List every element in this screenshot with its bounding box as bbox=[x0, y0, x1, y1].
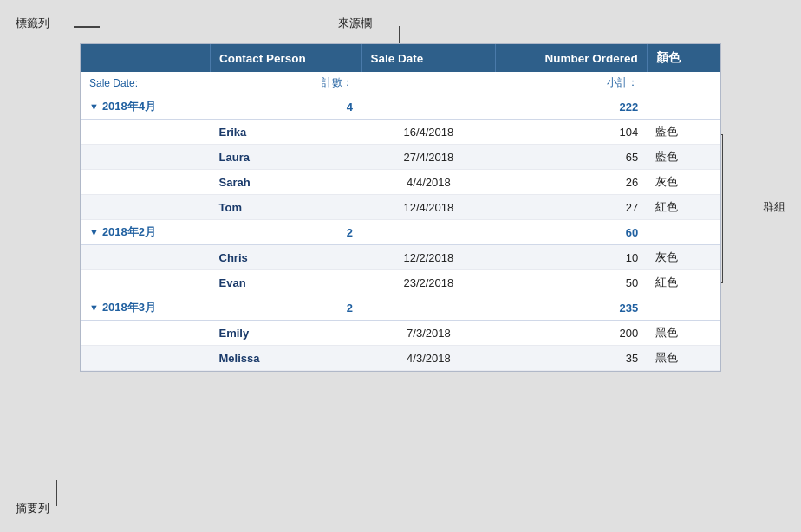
group-color-empty-1 bbox=[647, 220, 720, 245]
row-contact-2-0: Emily bbox=[211, 321, 362, 346]
group-name-0: ▼2018年4月 bbox=[81, 94, 211, 120]
group-color-empty-0 bbox=[647, 94, 720, 120]
row-date-1-1: 23/2/2018 bbox=[361, 270, 496, 295]
collapse-triangle-0[interactable]: ▼ bbox=[89, 101, 99, 112]
row-label-0-1 bbox=[81, 145, 211, 170]
row-contact-0-3: Tom bbox=[211, 195, 362, 220]
row-date-2-1: 4/3/2018 bbox=[361, 346, 496, 371]
table-row: Laura 27/4/2018 65 藍色 bbox=[81, 145, 720, 170]
row-color-1-0: 灰色 bbox=[647, 245, 720, 270]
group-count-1: 2 bbox=[211, 220, 362, 245]
row-contact-1-0: Chris bbox=[211, 245, 362, 270]
row-label-0-3 bbox=[81, 195, 211, 220]
row-color-2-1: 黑色 bbox=[647, 346, 720, 371]
header-row: Contact Person Sale Date Number Ordered … bbox=[81, 44, 720, 72]
data-table: Contact Person Sale Date Number Ordered … bbox=[81, 44, 720, 371]
row-label-0-2 bbox=[81, 170, 211, 195]
annotation-qunzu: 群組 bbox=[763, 199, 785, 215]
summary-color-empty bbox=[647, 72, 720, 94]
annotation-biaojilie: 標籤列 bbox=[16, 16, 49, 31]
table-row: Emily 7/3/2018 200 黑色 bbox=[81, 321, 720, 346]
col-header-ordered: Number Ordered bbox=[496, 44, 648, 72]
row-label-2-1 bbox=[81, 346, 211, 371]
summary-count-label: 計數： bbox=[211, 72, 362, 94]
biaojilie-line bbox=[74, 26, 100, 28]
annotation-laiyuanlan: 來源欄 bbox=[338, 16, 372, 31]
row-ordered-1-1: 50 bbox=[496, 270, 648, 295]
table-row: Chris 12/2/2018 10 灰色 bbox=[81, 245, 720, 270]
group-date-empty-2 bbox=[361, 295, 496, 321]
group-color-empty-2 bbox=[647, 295, 720, 321]
summary-subtotal-label: 小計： bbox=[496, 72, 648, 94]
row-contact-0-2: Sarah bbox=[211, 170, 362, 195]
group-name-2: ▼2018年3月 bbox=[81, 295, 211, 321]
group-header-1[interactable]: ▼2018年2月 2 60 bbox=[81, 220, 720, 245]
row-label-2-0 bbox=[81, 321, 211, 346]
row-label-1-1 bbox=[81, 270, 211, 295]
row-label-0-0 bbox=[81, 120, 211, 145]
row-date-0-3: 12/4/2018 bbox=[361, 195, 496, 220]
row-contact-0-1: Laura bbox=[211, 145, 362, 170]
group-date-empty-1 bbox=[361, 220, 496, 245]
row-color-0-3: 紅色 bbox=[647, 195, 720, 220]
group-header-2[interactable]: ▼2018年3月 2 235 bbox=[81, 295, 720, 321]
row-color-1-1: 紅色 bbox=[647, 270, 720, 295]
summary-label: Sale Date: bbox=[81, 72, 211, 94]
summary-date-empty bbox=[361, 72, 496, 94]
row-contact-2-1: Melissa bbox=[211, 346, 362, 371]
group-subtotal-2: 235 bbox=[496, 295, 648, 321]
collapse-triangle-2[interactable]: ▼ bbox=[89, 302, 99, 313]
table-row: Sarah 4/4/2018 26 灰色 bbox=[81, 170, 720, 195]
table-row: Erika 16/4/2018 104 藍色 bbox=[81, 120, 720, 145]
row-ordered-1-0: 10 bbox=[496, 245, 648, 270]
group-count-0: 4 bbox=[211, 94, 362, 120]
row-color-2-0: 黑色 bbox=[647, 321, 720, 346]
row-color-0-0: 藍色 bbox=[647, 120, 720, 145]
group-subtotal-0: 222 bbox=[496, 94, 648, 120]
row-contact-0-0: Erika bbox=[211, 120, 362, 145]
col-header-contact: Contact Person bbox=[211, 44, 362, 72]
main-table-container: Contact Person Sale Date Number Ordered … bbox=[80, 43, 721, 372]
row-ordered-0-0: 104 bbox=[496, 120, 648, 145]
row-date-0-1: 27/4/2018 bbox=[361, 145, 496, 170]
group-name-1: ▼2018年2月 bbox=[81, 220, 211, 245]
row-date-0-0: 16/4/2018 bbox=[361, 120, 496, 145]
row-date-2-0: 7/3/2018 bbox=[361, 321, 496, 346]
col-header-color: 顏色 bbox=[647, 44, 720, 72]
collapse-triangle-1[interactable]: ▼ bbox=[89, 227, 99, 237]
row-ordered-0-3: 27 bbox=[496, 195, 648, 220]
col-header-date: Sale Date bbox=[361, 44, 496, 72]
group-count-2: 2 bbox=[211, 295, 362, 321]
row-ordered-2-0: 200 bbox=[496, 321, 648, 346]
zhaiyao-line bbox=[56, 480, 57, 506]
row-color-0-2: 灰色 bbox=[647, 170, 720, 195]
row-color-0-1: 藍色 bbox=[647, 145, 720, 170]
annotation-zhaiyaoli: 摘要列 bbox=[16, 501, 49, 516]
summary-header-row: Sale Date: 計數： 小計： bbox=[81, 72, 720, 94]
row-label-1-0 bbox=[81, 245, 211, 270]
row-ordered-0-1: 65 bbox=[496, 145, 648, 170]
table-row: Evan 23/2/2018 50 紅色 bbox=[81, 270, 720, 295]
table-row: Melissa 4/3/2018 35 黑色 bbox=[81, 346, 720, 371]
group-date-empty-0 bbox=[361, 94, 496, 120]
group-header-0[interactable]: ▼2018年4月 4 222 bbox=[81, 94, 720, 120]
col-header-label bbox=[81, 44, 211, 72]
row-date-1-0: 12/2/2018 bbox=[361, 245, 496, 270]
row-date-0-2: 4/4/2018 bbox=[361, 170, 496, 195]
group-subtotal-1: 60 bbox=[496, 220, 648, 245]
row-ordered-0-2: 26 bbox=[496, 170, 648, 195]
row-contact-1-1: Evan bbox=[211, 270, 362, 295]
table-row: Tom 12/4/2018 27 紅色 bbox=[81, 195, 720, 220]
row-ordered-2-1: 35 bbox=[496, 346, 648, 371]
